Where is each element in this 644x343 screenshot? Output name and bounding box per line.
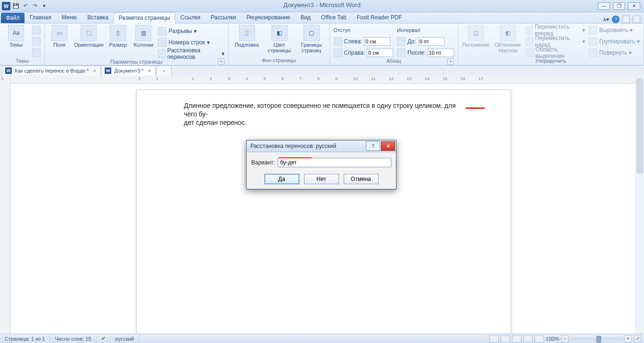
- tab-page-layout[interactable]: Разметка страницы: [114, 12, 175, 24]
- margins-label: Поля: [53, 42, 66, 48]
- tab-references[interactable]: Ссылки: [175, 12, 206, 23]
- save-icon[interactable]: 💾: [12, 2, 20, 10]
- yes-button[interactable]: Да: [264, 174, 299, 184]
- tab-view[interactable]: Вид: [295, 12, 316, 23]
- zoom-in-button[interactable]: +: [624, 335, 632, 343]
- rotate-button[interactable]: Повернуть▾: [589, 48, 640, 58]
- doc-tab-2[interactable]: W Документ3 * ×: [101, 65, 155, 76]
- wrap-text-button[interactable]: ◧ Обтекание текстом: [494, 25, 522, 53]
- close-button[interactable]: ✕: [628, 2, 640, 10]
- vertical-ruler[interactable]: L: [0, 75, 11, 334]
- ribbon-options-button[interactable]: [633, 16, 640, 23]
- file-tab[interactable]: Файл: [1, 13, 25, 23]
- theme-minor-buttons: [32, 25, 41, 58]
- help-icon[interactable]: ?: [612, 16, 619, 23]
- ruler-mark: 1: [192, 76, 194, 81]
- tab-insert[interactable]: Вставка: [82, 12, 114, 23]
- wrap-text-label: Обтекание текстом: [494, 42, 522, 53]
- status-word-count[interactable]: Число слов: 15: [50, 334, 97, 343]
- doc-tab-1[interactable]: W Как сделать перенос в Ворде * ×: [2, 65, 100, 76]
- spacing-after-input[interactable]: [428, 49, 454, 57]
- page-setup-small: Разрывы▾ Номера строк▾ Расстановка перен…: [158, 26, 224, 59]
- selection-pane-button[interactable]: Область выделения: [526, 48, 585, 58]
- hyphenation-button[interactable]: Расстановка переносов▾: [158, 49, 224, 59]
- group-button[interactable]: Группировать▾: [589, 36, 640, 47]
- restore-button[interactable]: ❐: [613, 2, 625, 10]
- columns-button[interactable]: ▥ Колонки: [132, 25, 154, 48]
- indent-right-row: Справа:: [334, 48, 394, 58]
- tab-home[interactable]: Главная: [25, 12, 57, 23]
- minimize-button[interactable]: —: [598, 2, 610, 10]
- theme-fonts-button[interactable]: [32, 36, 41, 47]
- variant-input[interactable]: [278, 158, 391, 167]
- watermark-button[interactable]: ░ Подложка: [232, 25, 262, 48]
- minimize-ribbon-button[interactable]: [622, 16, 630, 23]
- indent-left-input[interactable]: [364, 37, 390, 46]
- indent-right-input[interactable]: [367, 49, 393, 57]
- status-page[interactable]: Страница: 1 из 1: [0, 334, 50, 343]
- view-draft[interactable]: [535, 335, 544, 343]
- scroll-thumb[interactable]: [637, 78, 643, 173]
- word-doc-icon: W: [105, 67, 111, 74]
- group-paragraph: Отступ Слева: Справа: Интервал До:: [330, 24, 458, 65]
- redo-icon[interactable]: ↷: [31, 2, 39, 10]
- dialog-titlebar[interactable]: Расстановка переносов: русский ? ✕: [247, 140, 396, 152]
- send-backward-button[interactable]: Переместить назад▾: [526, 36, 585, 47]
- view-outline[interactable]: [523, 335, 533, 343]
- page-setup-dialog-launcher[interactable]: ↘: [218, 58, 224, 65]
- qat-more-icon[interactable]: ▾: [41, 2, 48, 10]
- cancel-button[interactable]: Отмена: [344, 174, 379, 184]
- spacing-after-row: После:: [397, 48, 454, 58]
- view-fullscreen[interactable]: [501, 335, 510, 343]
- undo-icon[interactable]: ↶: [22, 2, 29, 10]
- doc-tab-2-close[interactable]: ×: [147, 68, 152, 74]
- doc-tab-1-close[interactable]: ×: [91, 68, 97, 74]
- page-color-button[interactable]: ◧ Цвет страницы: [265, 25, 294, 53]
- breaks-button[interactable]: Разрывы▾: [158, 26, 224, 36]
- orientation-button[interactable]: ⬚ Ориентация: [74, 25, 103, 48]
- new-doc-tab[interactable]: ▫: [157, 65, 172, 76]
- view-print-layout[interactable]: [489, 335, 499, 343]
- vertical-scrollbar[interactable]: [636, 75, 644, 334]
- theme-colors-button[interactable]: [32, 25, 41, 35]
- align-button[interactable]: Выровнять▾: [589, 25, 640, 35]
- page-borders-button[interactable]: ▢ Границы страниц: [297, 25, 326, 53]
- tab-foxit[interactable]: Foxit Reader PDF: [352, 12, 407, 23]
- no-button[interactable]: Нет: [304, 174, 339, 184]
- zoom-out-button[interactable]: −: [561, 335, 569, 343]
- spacing-before-row: До:: [397, 36, 454, 47]
- spacing-after-icon: [397, 49, 405, 57]
- spacing-before-input[interactable]: [418, 37, 445, 46]
- bring-forward-button[interactable]: Переместить вперед▾: [526, 25, 585, 35]
- zoom-fit-button[interactable]: ⤢: [634, 335, 641, 343]
- dialog-close-button[interactable]: ✕: [381, 141, 395, 151]
- ruler-corner: L: [1, 75, 4, 81]
- line-numbers-button[interactable]: Номера строк▾: [158, 37, 224, 48]
- zoom-slider[interactable]: [570, 338, 622, 340]
- tab-mailings[interactable]: Рассылки: [206, 12, 241, 23]
- spacing-col: Интервал До: После:: [397, 25, 454, 58]
- tab-office-tab[interactable]: Office Tab: [316, 12, 352, 23]
- theme-effects-button[interactable]: [32, 48, 41, 58]
- dialog-help-button[interactable]: ?: [366, 141, 380, 151]
- position-icon: ◫: [468, 25, 484, 41]
- zoom-slider-thumb[interactable]: [596, 336, 601, 343]
- tab-menu[interactable]: Меню: [57, 12, 82, 23]
- view-web[interactable]: [512, 335, 521, 343]
- ruler-mark: 2: [210, 76, 212, 81]
- spacing-before-icon: [397, 37, 405, 46]
- status-language[interactable]: русский: [111, 334, 139, 343]
- document-area[interactable]: Длинное предложение, которое совершенно …: [11, 84, 644, 334]
- arrange-col1: Переместить вперед▾ Переместить назад▾ О…: [526, 25, 585, 58]
- margins-button[interactable]: ▭ Поля: [49, 25, 70, 48]
- page[interactable]: Длинное предложение, которое совершенно …: [136, 90, 511, 334]
- tab-review[interactable]: Рецензирование: [241, 12, 296, 23]
- paragraph-dialog-launcher[interactable]: ↘: [447, 58, 454, 65]
- themes-button[interactable]: Aa Темы: [4, 25, 28, 48]
- status-proofing[interactable]: ✔: [97, 334, 111, 343]
- size-button[interactable]: ▯ Размер: [107, 25, 129, 48]
- zoom-percent[interactable]: 100%: [546, 336, 559, 342]
- position-button[interactable]: ◫ Положение: [462, 25, 490, 48]
- style-dropdown-icon[interactable]: ᴀ▾: [603, 16, 609, 23]
- horizontal-ruler[interactable]: 211234567891011121314151617: [11, 75, 644, 84]
